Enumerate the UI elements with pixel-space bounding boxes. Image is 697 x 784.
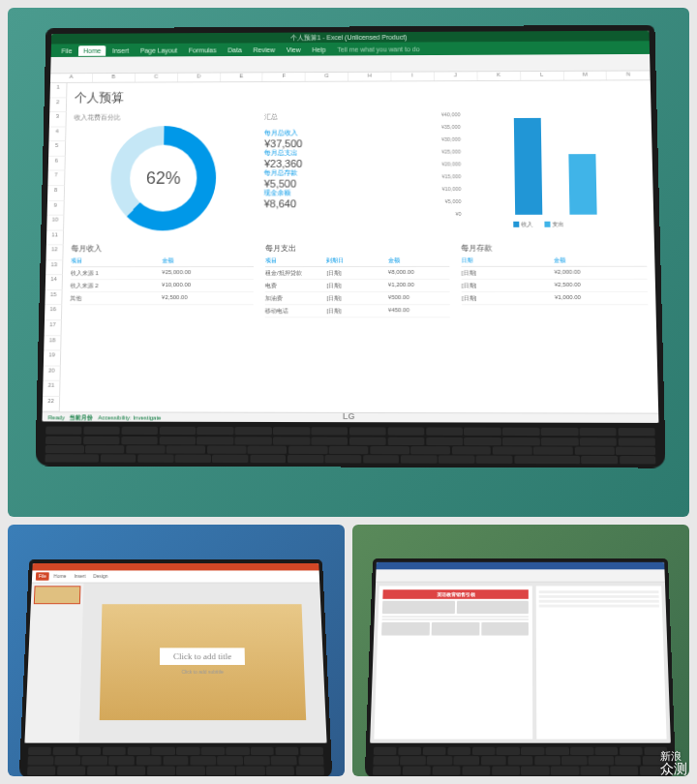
keyboard [45, 427, 655, 465]
tab-home[interactable]: Home [51, 573, 70, 581]
word-ribbon[interactable] [376, 570, 665, 583]
tab-insert[interactable]: Insert [72, 573, 89, 581]
ppt-photo: File Home Insert Design Click to add tit… [8, 525, 345, 776]
word-photo: 英语教育销售引领 [352, 525, 689, 776]
tab-review[interactable]: Review [248, 45, 279, 55]
chart-legend: 收入 支出 [428, 221, 648, 229]
slide: Click to add title Click to add subtitle [100, 605, 307, 720]
ppt-window: File Home Insert Design Click to add tit… [25, 563, 327, 742]
keyboard [373, 747, 668, 775]
laptop: 英语教育销售引领 [365, 558, 677, 776]
tab-formulas[interactable]: Formulas [184, 45, 221, 55]
bar-income [513, 118, 541, 215]
donut-chart: 62% [109, 126, 216, 230]
word-document[interactable]: 英语教育销售引领 [375, 587, 533, 739]
doc-heading: 英语教育销售引领 [383, 589, 530, 599]
tab-file[interactable]: File [36, 573, 49, 581]
tab-home[interactable]: Home [78, 45, 106, 56]
excel-photo: 个人预算1 - Excel (Unlicensed Product) File … [8, 8, 689, 517]
expense-table[interactable]: 每月支出项目到期日金额租金/抵押贷款[日期]¥8,000.00电费[日期]¥1,… [265, 244, 450, 317]
tab-page-layout[interactable]: Page Layout [136, 45, 182, 55]
laptop: 个人预算1 - Excel (Unlicensed Product) File … [35, 25, 666, 468]
tab-view[interactable]: View [282, 45, 306, 55]
tab-file[interactable]: File [56, 45, 76, 56]
donut-pct: 62% [130, 145, 197, 212]
savings-table[interactable]: 每月存款日期金额[日期]¥2,000.00[日期]¥2,500.00[日期]¥1… [461, 244, 648, 318]
page-title: 个人预算 [75, 84, 644, 109]
tab-design[interactable]: Design [91, 573, 111, 581]
excel-window: 个人预算1 - Excel (Unlicensed Product) File … [42, 31, 658, 424]
ppt-ribbon[interactable]: File Home Insert Design [32, 571, 320, 584]
slide-canvas[interactable]: Click to add title Click to add subtitle [79, 584, 327, 743]
tab-data[interactable]: Data [223, 45, 246, 55]
bar-chart: ¥40,000¥35,000¥30,000¥25,000¥20,000¥15,0… [428, 111, 649, 217]
sheet-content[interactable]: 个人预算 收入花费百分比 62% 汇总 每月总收入¥37,500每月总支出¥23… [60, 80, 659, 413]
tab-help[interactable]: Help [307, 44, 330, 54]
donut-label: 收入花费百分比 [74, 112, 255, 122]
watermark: 新浪众测 [660, 750, 687, 776]
lg-logo: LG [343, 411, 355, 421]
laptop: File Home Insert Design Click to add tit… [19, 560, 333, 776]
slide-title-placeholder[interactable]: Click to add title [160, 648, 245, 665]
slide-subtitle-placeholder[interactable]: Click to add subtitle [182, 669, 224, 675]
bar-expense [568, 154, 596, 215]
summary-title: 汇总 [264, 111, 418, 121]
keyboard [27, 747, 324, 775]
slide-thumbs[interactable] [25, 584, 84, 743]
tell-me[interactable]: Tell me what you want to do [332, 44, 424, 54]
word-side-panel[interactable] [536, 587, 667, 739]
word-window: 英语教育销售引领 [371, 562, 672, 743]
income-table[interactable]: 每月收入项目金额收入来源 1¥25,000.00收入来源 2¥10,000.00… [70, 244, 254, 317]
tab-insert[interactable]: Insert [107, 45, 134, 56]
